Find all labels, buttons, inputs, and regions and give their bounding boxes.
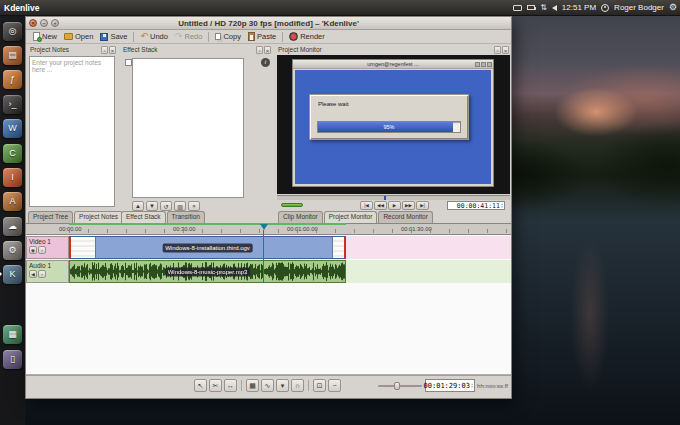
dash-home-icon[interactable]: ◎ — [3, 22, 22, 41]
clock[interactable]: 12:51 PM — [562, 3, 596, 12]
forward-button[interactable]: ▶▶ — [402, 201, 415, 210]
impress-icon-glyph: I — [11, 173, 14, 182]
undo-button[interactable]: ↶ Undo — [137, 31, 170, 43]
zoom-slider[interactable] — [378, 382, 422, 390]
system-settings-icon[interactable]: ⚙ — [3, 241, 22, 260]
save-button[interactable]: Save — [97, 31, 130, 43]
timecode-spinner[interactable]: ▴▾ — [501, 203, 503, 209]
battery-icon[interactable] — [527, 5, 535, 10]
window-close-button[interactable]: × — [29, 19, 37, 27]
tab-transition[interactable]: Transition — [167, 211, 205, 223]
render-icon — [289, 32, 298, 41]
writer-icon[interactable]: W — [3, 119, 22, 138]
go-start-button[interactable]: |◀ — [360, 201, 373, 210]
window-titlebar[interactable]: × – + Untitled / HD 720p 30 fps [modifie… — [26, 17, 511, 30]
ruler-label: 00:01:00.00 — [287, 226, 318, 232]
tab-record-monitor[interactable]: Record Monitor — [378, 211, 432, 223]
render-button[interactable]: Render — [286, 31, 328, 43]
zoom-slider-handle[interactable] — [394, 382, 400, 390]
monitor-display[interactable]: umgen@regenfest ... Please wait 95% — [277, 55, 510, 194]
terminal-icon[interactable]: ›_ — [3, 95, 22, 114]
timeline-toolbar: ↖ ✂ ↔ ▦ ∿ ▾ ∩ ⊡ − + 00:01:29:03 ▴▾ — [26, 375, 511, 395]
paste-button[interactable]: Paste — [245, 31, 279, 43]
open-button[interactable]: Open — [61, 31, 96, 43]
network-icon[interactable]: ⇅ — [540, 4, 547, 12]
go-end-button[interactable]: ▶| — [416, 201, 429, 210]
files-icon[interactable]: ▤ — [3, 46, 22, 65]
rewind-button[interactable]: ◀◀ — [374, 201, 387, 210]
track-hide-icon[interactable]: ◉ — [29, 246, 37, 254]
snap-button[interactable]: ∩ — [291, 379, 304, 392]
tab-effect-stack[interactable]: Effect Stack — [121, 211, 166, 223]
keyboard-indicator-icon[interactable] — [513, 5, 522, 11]
software-center-icon[interactable]: A — [3, 192, 22, 211]
session-menu-icon[interactable]: ⚙ — [669, 3, 677, 12]
audio-track-header[interactable]: Audio 1 ◀ ▫ — [26, 260, 69, 283]
workspace-switcher-icon[interactable]: ▦ — [3, 325, 22, 344]
zoom-fit-button[interactable]: ⊡ — [313, 379, 326, 392]
firefox-icon[interactable]: ƒ — [3, 70, 22, 89]
effect-enable-checkbox[interactable] — [125, 59, 132, 66]
panel-close-button[interactable]: × — [264, 46, 271, 54]
kdenlive-icon[interactable]: K — [3, 265, 22, 284]
vm-progress-bar: 95% — [317, 121, 461, 133]
impress-icon[interactable]: I — [3, 168, 22, 187]
firefox-icon-glyph: ƒ — [10, 75, 15, 84]
tab-project-monitor[interactable]: Project Monitor — [324, 211, 378, 223]
panel-close-button[interactable]: × — [109, 46, 116, 54]
user-menu[interactable]: Roger Bodger — [614, 3, 664, 12]
clip-name-label: Windows-8-installation.third.ogv — [162, 243, 253, 252]
trash-icon[interactable]: ▯ — [3, 350, 22, 369]
copy-button[interactable]: Copy — [212, 31, 244, 43]
user-icon — [601, 4, 609, 12]
panel-float-button[interactable]: ▫ — [256, 46, 263, 54]
panel-float-button[interactable]: ▫ — [494, 46, 501, 54]
audio-thumbnails-button[interactable]: ∿ — [261, 379, 274, 392]
panel-header: Effect Stack ▫ × — [121, 44, 273, 55]
video-track-header[interactable]: Video 1 ◉ ▫ — [26, 236, 69, 259]
redo-button[interactable]: ↷ Redo — [172, 31, 205, 43]
window-maximize-button[interactable]: + — [51, 19, 59, 27]
monitor-zoombar[interactable] — [281, 203, 303, 207]
ubuntu-one-icon[interactable]: ☁ — [3, 217, 22, 236]
track-mute-icon[interactable]: ◀ — [29, 270, 37, 278]
workspace-switcher-icon-glyph: ▦ — [8, 330, 17, 339]
new-button[interactable]: New — [30, 31, 60, 43]
play-button[interactable]: ▶ — [388, 201, 401, 210]
markers-button[interactable]: ▾ — [276, 379, 289, 392]
window-minimize-button[interactable]: – — [40, 19, 48, 27]
tab-project-tree[interactable]: Project Tree — [28, 211, 73, 223]
calc-icon[interactable]: C — [3, 144, 22, 163]
monitor-timecode[interactable]: 00:00:41:11 ▴▾ — [447, 201, 505, 210]
undo-arrow-icon: ↶ — [140, 32, 148, 41]
razor-tool-button[interactable]: ✂ — [209, 379, 222, 392]
effect-list[interactable] — [132, 58, 244, 198]
video-thumbnails-button[interactable]: ▦ — [246, 379, 259, 392]
audio-clip[interactable]: Windows-8-music-proper.mp3 — [69, 260, 346, 283]
track-lock-icon[interactable]: ▫ — [38, 246, 46, 254]
timecode-spinner[interactable]: ▴▾ — [471, 383, 473, 389]
monitor-position-marker[interactable] — [384, 196, 386, 200]
toolbar-separator — [282, 32, 283, 42]
video-clip[interactable]: Windows-8-installation.third.ogv — [69, 236, 346, 259]
zoom-out-button[interactable]: − — [328, 379, 341, 392]
monitor-seekbar[interactable] — [277, 195, 510, 200]
project-notes-input[interactable] — [29, 56, 115, 207]
tab-project-notes[interactable]: Project Notes — [74, 211, 123, 223]
kdenlive-window: × – + Untitled / HD 720p 30 fps [modifie… — [25, 16, 512, 399]
track-lock-icon[interactable]: ▫ — [38, 270, 46, 278]
menubar-app-name[interactable]: Kdenlive — [4, 3, 39, 13]
panel-close-button[interactable]: × — [502, 46, 509, 54]
info-icon[interactable]: i — [261, 58, 270, 67]
playhead-marker[interactable] — [260, 224, 268, 230]
timeline-timecode[interactable]: 00:01:29:03 ▴▾ — [425, 379, 475, 392]
panel-float-button[interactable]: ▫ — [101, 46, 108, 54]
effect-stack-panel: Effect Stack ▫ × i ▲ ▼ ↺ ▥ × — [121, 44, 273, 210]
spacer-tool-button[interactable]: ↔ — [224, 379, 237, 392]
tab-clip-monitor[interactable]: Clip Monitor — [278, 211, 323, 223]
files-icon-glyph: ▤ — [8, 51, 17, 60]
track-name: Video 1 — [29, 238, 66, 245]
volume-icon[interactable] — [552, 5, 557, 11]
timeline-zone-bar[interactable] — [69, 223, 346, 225]
select-tool-button[interactable]: ↖ — [194, 379, 207, 392]
